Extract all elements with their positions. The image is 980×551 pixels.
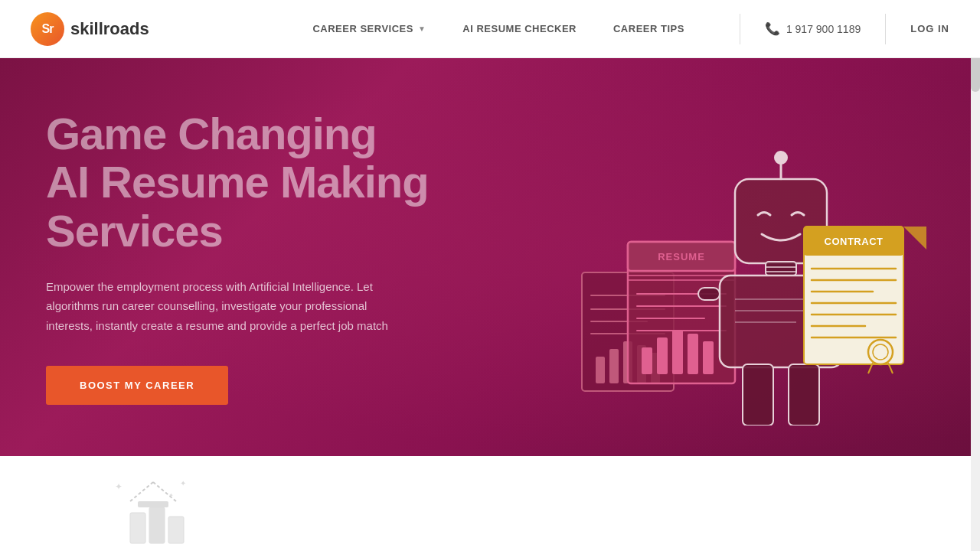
nav-divider <box>740 14 740 44</box>
svg-rect-37 <box>789 364 819 425</box>
nav-item-career-tips: CAREER TIPS <box>595 23 703 34</box>
hero-title-line3: Services <box>46 206 223 256</box>
hero-content: Game Changing AI Resume Making Services … <box>46 109 429 406</box>
hero-illustration: RESUME <box>536 89 934 425</box>
logo-link[interactable]: Sr skillroads <box>31 12 149 46</box>
svg-rect-20 <box>657 337 668 374</box>
svg-rect-19 <box>642 347 652 374</box>
svg-rect-57 <box>149 507 165 543</box>
svg-text:CONTRACT: CONTRACT <box>825 236 884 247</box>
svg-rect-23 <box>703 341 714 374</box>
ai-resume-checker-link[interactable]: AI RESUME CHECKER <box>444 23 595 34</box>
nav-links: CAREER SERVICES ▼ AI RESUME CHECKER CARE… <box>294 23 702 34</box>
contract-doc: CONTRACT <box>804 227 926 373</box>
phone-link[interactable]: 📞 1 917 900 1189 <box>765 21 861 36</box>
career-tips-label: CAREER TIPS <box>613 23 684 34</box>
login-button[interactable]: LOG IN <box>910 23 949 34</box>
brand-name: skillroads <box>70 19 149 39</box>
svg-marker-38 <box>903 227 926 249</box>
svg-rect-21 <box>672 330 683 374</box>
nav-item-career-services: CAREER SERVICES ▼ <box>294 23 444 34</box>
phone-number: 1 917 900 1189 <box>786 23 861 35</box>
svg-rect-58 <box>168 517 184 543</box>
svg-rect-27 <box>766 262 796 276</box>
hero-title-line1: Game Changing <box>46 109 377 158</box>
svg-text:✦: ✦ <box>168 492 174 499</box>
career-services-link[interactable]: CAREER SERVICES ▼ <box>294 23 444 34</box>
boost-career-button[interactable]: BOOST MY CAREER <box>46 366 228 405</box>
hero-description: Empower the employment process with Arti… <box>46 277 413 336</box>
svg-text:✦: ✦ <box>180 479 186 487</box>
logo-initials: Sr <box>42 22 54 36</box>
nav-divider-2 <box>885 14 886 44</box>
logo-icon: Sr <box>31 12 64 46</box>
hero-title: Game Changing AI Resume Making Services <box>46 109 429 256</box>
hero-section: Game Changing AI Resume Making Services … <box>0 58 980 456</box>
podium-illustration: ✦ ✦ ✦ <box>107 474 199 551</box>
ai-resume-checker-label: AI RESUME CHECKER <box>462 23 577 34</box>
svg-rect-55 <box>138 501 168 507</box>
svg-rect-31 <box>698 288 720 300</box>
scrollbar[interactable] <box>971 0 980 551</box>
nav-item-ai-resume: AI RESUME CHECKER <box>444 23 595 34</box>
svg-rect-36 <box>743 364 773 425</box>
nav-right: 📞 1 917 900 1189 LOG IN <box>733 14 949 44</box>
career-tips-link[interactable]: CAREER TIPS <box>595 23 703 34</box>
svg-rect-6 <box>609 349 619 383</box>
navbar: Sr skillroads CAREER SERVICES ▼ AI RESUM… <box>0 0 980 58</box>
svg-text:RESUME: RESUME <box>658 251 705 262</box>
career-services-label: CAREER SERVICES <box>312 23 413 34</box>
chevron-down-icon: ▼ <box>418 24 426 33</box>
bottom-section: ✦ ✦ ✦ <box>0 456 980 551</box>
svg-line-53 <box>130 482 153 501</box>
phone-icon: 📞 <box>765 21 780 36</box>
illustration-svg: RESUME <box>536 89 934 425</box>
hero-title-line2: AI Resume Making <box>46 157 429 207</box>
svg-text:✦: ✦ <box>115 481 122 492</box>
svg-point-25 <box>775 152 787 164</box>
svg-rect-56 <box>130 513 145 543</box>
svg-rect-5 <box>596 357 605 383</box>
svg-rect-22 <box>688 334 698 374</box>
